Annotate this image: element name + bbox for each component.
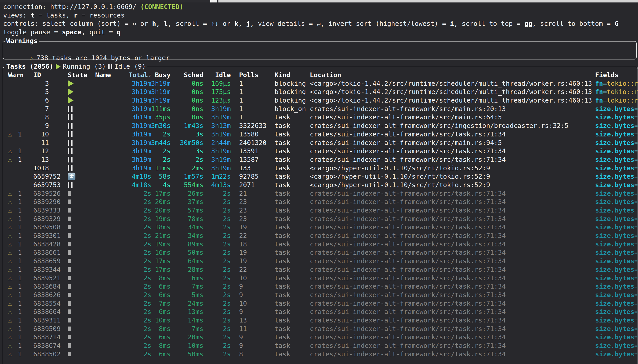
cell-warn <box>8 122 27 130</box>
field-equals: = <box>634 139 638 146</box>
column-header-kind[interactable]: Kind <box>274 71 308 80</box>
task-row[interactable]: ⚠168385022s6ms50ms2s8taskcrates/sui-inde… <box>3 350 638 358</box>
cell-location: crates/sui-indexer-alt-framework/src/tas… <box>310 274 593 282</box>
cell-idle: 2s <box>205 299 231 308</box>
cell-fields: size.bytes= <box>595 130 638 139</box>
cell-fields: fn=tokio::r <box>595 80 638 88</box>
task-row[interactable]: ⚠1 103h19m2s3s3h19m13580taskcrates/sui-i… <box>3 130 638 139</box>
task-row[interactable]: ⚠168384282s19ms89ms2s18taskcrates/sui-in… <box>3 240 638 249</box>
task-row[interactable]: 83h19m35µs0ns3h19m1taskcrates/sui-indexe… <box>3 113 638 122</box>
task-row[interactable]: ⚠168392902s20ms37ms2s23taskcrates/sui-in… <box>3 198 638 206</box>
cell-location: crates/sui-indexer-alt-framework/src/tas… <box>310 325 593 333</box>
cell-state <box>68 291 94 299</box>
task-row[interactable]: ⚠168386742s8ms10ms2s9taskcrates/sui-inde… <box>3 342 638 350</box>
cell-location: crates/sui-indexer-alt-framework/src/mai… <box>310 105 593 113</box>
task-row[interactable]: ⚠168393012s21ms34ms2s22taskcrates/sui-in… <box>3 232 638 240</box>
running-count-label: Running (3) <box>63 62 106 71</box>
task-row[interactable]: ⚠1 123h19m2s3s3h19m13591taskcrates/sui-i… <box>3 147 638 156</box>
task-row[interactable]: 66597534m18s4s554ms4m13s2071task<cargo>/… <box>3 181 638 190</box>
cell-id: 9 <box>33 122 65 130</box>
column-header-warn[interactable]: Warn <box>8 71 27 80</box>
task-row[interactable]: 73h19m111ms0ns3h19m1block_oncrates/sui-i… <box>3 105 638 113</box>
task-row[interactable]: ⚠168395082s18ms34ms2s19taskcrates/sui-in… <box>3 223 638 232</box>
column-header-location[interactable]: Location <box>310 71 593 80</box>
cell-total: 2s <box>118 198 151 206</box>
cell-idle: 2s <box>205 342 231 350</box>
task-row[interactable]: ⚠168395262s17ms26ms2s21taskcrates/sui-in… <box>3 190 638 198</box>
tasks-count-label: Tasks (2056) <box>6 62 54 71</box>
cell-kind: task <box>274 156 308 164</box>
cell-id: 6838661 <box>33 248 65 257</box>
task-row[interactable]: 113h19m3m44s30m50s2h44m2401320taskcrates… <box>3 139 638 147</box>
cell-polls: 1 <box>239 80 273 88</box>
task-row[interactable]: 63h19m3h19m0ns123µs1blocking<cargo>/toki… <box>3 96 638 105</box>
task-row[interactable]: 10183h19m11ms2ms3h19m133task<cargo>/hype… <box>3 164 638 172</box>
task-row[interactable]: ⚠168393292s19ms78ms2s23taskcrates/sui-in… <box>3 215 638 223</box>
task-row[interactable]: ⚠168393442s17ms28ms2s22taskcrates/sui-in… <box>3 266 638 274</box>
task-row[interactable]: ⚠168386642s6ms13ms2s9taskcrates/sui-inde… <box>3 308 638 316</box>
cell-kind: task <box>274 206 308 215</box>
column-header-busy[interactable]: Busy <box>149 71 170 80</box>
field-key: size.bytes <box>595 257 634 265</box>
cell-fields: size.bytes= <box>595 308 638 316</box>
cell-sched: 1m43s <box>172 122 204 130</box>
field-key: size.bytes <box>595 139 634 146</box>
task-row[interactable]: ⚠168386842s6ms7ms2s9taskcrates/sui-index… <box>3 282 638 291</box>
cell-fields: size.bytes= <box>595 198 638 206</box>
cell-total: 2s <box>118 248 151 257</box>
cell-idle: 3h19m <box>205 105 231 113</box>
cell-sched: 1m57s <box>172 172 204 181</box>
task-row[interactable]: ⚠168393332s20ms57ms2s23taskcrates/sui-in… <box>3 206 638 215</box>
field-key: size.bytes <box>595 206 634 214</box>
cell-warn: ⚠1 <box>8 215 27 223</box>
cell-kind: task <box>274 172 308 181</box>
task-row[interactable]: 33h19m3h19m0ns169µs1blocking<cargo>/toki… <box>3 80 638 88</box>
column-header-fields[interactable]: Fields <box>595 71 638 80</box>
cell-id: 11 <box>33 139 65 147</box>
cell-fields: size.bytes= <box>595 181 638 190</box>
task-row[interactable]: ⚠168395092s8ms7ms2s11taskcrates/sui-inde… <box>3 325 638 333</box>
column-header-idle[interactable]: Idle <box>205 71 231 80</box>
field-equals: = <box>603 80 607 87</box>
cell-id: 13 <box>33 156 65 164</box>
field-equals: = <box>634 274 638 282</box>
cell-idle: 2s <box>205 240 231 249</box>
field-key: size.bytes <box>595 105 634 113</box>
status-segment: connection: http://127.0.0.1:6669/ <box>3 3 140 10</box>
cell-fields: size.bytes= <box>595 206 638 215</box>
cell-id: 6839290 <box>33 198 65 206</box>
warn-count: 1 <box>18 342 22 350</box>
column-header-sched[interactable]: Sched <box>172 71 204 80</box>
column-header-id[interactable]: ID <box>33 71 65 80</box>
task-row[interactable]: 93h19m3m30s1m43s3h13m3322633taskcrates/s… <box>3 122 638 130</box>
task-row[interactable]: ⚠168386612s16ms50ms2s19taskcrates/sui-in… <box>3 248 638 257</box>
task-row[interactable]: ⚠168386262s6ms5ms2s9taskcrates/sui-index… <box>3 291 638 299</box>
status-line-1: connection: http://127.0.0.1:6669/ (CONN… <box>3 3 638 11</box>
cell-kind: task <box>274 308 308 316</box>
warning-text: 738 tasks are 1024 bytes or larger <box>36 54 170 62</box>
warning-icon: ⚠ <box>8 300 12 307</box>
task-row[interactable]: ⚠168386592s17ms64ms2s19taskcrates/sui-in… <box>3 257 638 266</box>
cell-warn: ⚠1 <box>8 333 27 342</box>
task-row[interactable]: ⚠1 133h19m2s2s3h19m13587taskcrates/sui-i… <box>3 156 638 164</box>
cell-idle: 2s <box>205 325 231 333</box>
column-header-name[interactable]: Name <box>95 71 118 80</box>
pause-icon <box>68 165 72 171</box>
task-row[interactable]: ⚠168387142s6ms20ms2s9taskcrates/sui-inde… <box>3 333 638 342</box>
column-header-polls[interactable]: Polls <box>239 71 273 80</box>
table-header-row: WarnIDStateNameTotal▿BusySchedIdlePollsK… <box>3 71 638 80</box>
cell-total: 2s <box>118 325 151 333</box>
field-equals: = <box>634 249 638 256</box>
pause-icon <box>68 123 72 128</box>
column-header-state[interactable]: State <box>68 71 94 80</box>
task-row[interactable]: 66597524m18s58s1m57s1m22s92785task<cargo… <box>3 172 638 181</box>
task-row[interactable]: ⚠168395212s8ms6ms2s10taskcrates/sui-inde… <box>3 274 638 282</box>
task-row[interactable]: 53h19m3h19m0ns175µs1blocking<cargo>/toki… <box>3 88 638 96</box>
cell-state <box>68 105 94 113</box>
task-row[interactable]: ⚠168393112s10ms14ms2s13taskcrates/sui-in… <box>3 316 638 325</box>
warn-count: 1 <box>18 206 22 214</box>
task-row[interactable]: ⚠168385542s7ms24ms2s10taskcrates/sui-ind… <box>3 299 638 308</box>
cell-fields: size.bytes= <box>595 299 638 308</box>
column-header-total[interactable]: Total▿ <box>118 71 151 80</box>
status-segment: controls: select column (sort) = ↔ or <box>3 20 152 28</box>
